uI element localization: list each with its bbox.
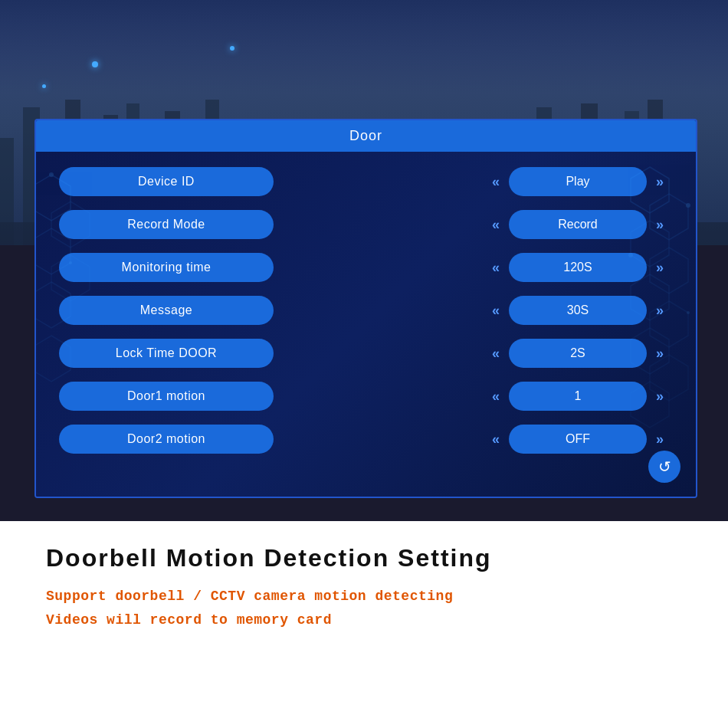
svg-point-30 <box>49 172 54 177</box>
svg-marker-24 <box>34 175 71 221</box>
settings-row: Device ID « Play » <box>59 167 673 196</box>
settings-row: Record Mode « Record » <box>59 210 673 239</box>
panel-content: Device ID « Play » Record Mode « Record … <box>36 152 696 497</box>
sub-line-2: Videos will record to memory card <box>46 608 682 632</box>
glow-dot-1 <box>92 61 98 67</box>
arrow-left-3[interactable]: « <box>483 303 509 319</box>
settings-panel: Door <box>34 119 697 498</box>
settings-row: Monitoring time « 120S » <box>59 253 673 282</box>
settings-row: Message « 30S » <box>59 296 673 325</box>
svg-marker-27 <box>34 282 71 328</box>
settings-row: Door2 motion « OFF » <box>59 425 673 454</box>
arrow-left-5[interactable]: « <box>483 389 509 405</box>
sub-text: Support doorbell / CCTV camera motion de… <box>46 585 682 631</box>
glow-dot-2 <box>42 84 46 88</box>
hex-left-decor <box>34 167 120 435</box>
hex-right-decor <box>600 159 697 481</box>
svg-point-43 <box>628 253 633 257</box>
arrow-left-6[interactable]: « <box>483 431 509 448</box>
svg-marker-29 <box>34 336 71 382</box>
panel-title-bar: Door <box>36 120 696 152</box>
main-heading: Doorbell Motion Detection Setting <box>46 544 682 572</box>
svg-point-32 <box>69 261 72 264</box>
glow-dot-3 <box>230 46 234 51</box>
sky-overlay <box>0 0 728 92</box>
settings-row: Lock Time DOOR « 2S » <box>59 339 673 368</box>
arrow-left-2[interactable]: « <box>483 260 509 276</box>
arrow-left-1[interactable]: « <box>483 217 509 233</box>
bottom-area: Doorbell Motion Detection Setting Suppor… <box>0 521 728 728</box>
arrow-left-0[interactable]: « <box>483 174 509 190</box>
sub-line-1: Support doorbell / CCTV camera motion de… <box>46 585 682 608</box>
arrow-left-4[interactable]: « <box>483 346 509 362</box>
svg-marker-25 <box>34 228 71 274</box>
settings-rows: Device ID « Play » Record Mode « Record … <box>59 167 673 454</box>
refresh-button[interactable]: ↺ <box>648 451 680 483</box>
svg-point-44 <box>687 311 690 314</box>
panel-title: Door <box>349 128 382 143</box>
svg-point-42 <box>686 203 690 208</box>
settings-row: Door1 motion « 1 » <box>59 382 673 411</box>
